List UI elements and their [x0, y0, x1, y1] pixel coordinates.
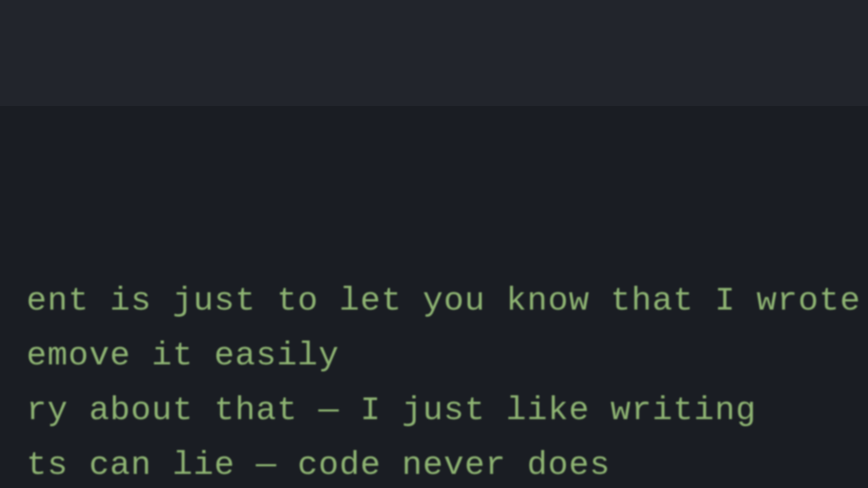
comment-text: ts can lie — code never does	[27, 446, 611, 484]
code-line: from 'react';	[0, 485, 318, 488]
editor-top-bar	[0, 0, 868, 106]
code-line: ts can lie — code never does	[0, 382, 610, 488]
